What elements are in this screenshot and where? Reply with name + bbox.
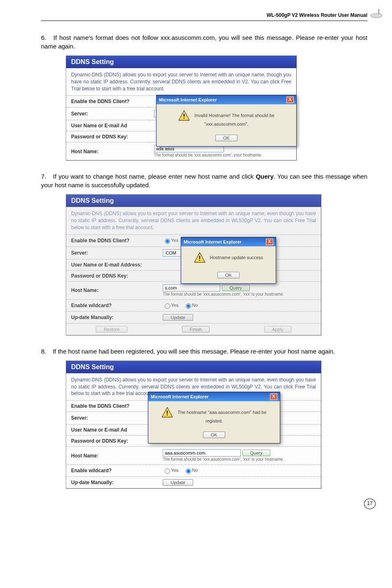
enable-label: Enable the DDNS Client? bbox=[66, 96, 149, 108]
user-label-3: User Name or E-mail Ad bbox=[66, 425, 158, 436]
ie-dialog-3: Microsoft Internet Explorer X ! The host… bbox=[148, 392, 280, 443]
host-label-3: Host Name: bbox=[66, 447, 158, 465]
host-label-2: Host Name: bbox=[66, 281, 158, 299]
finish-button[interactable]: Finish bbox=[182, 326, 210, 333]
pass-label-3: Password or DDNS Key: bbox=[66, 436, 158, 447]
enable-label-3: Enable the DDNS Client? bbox=[66, 401, 158, 412]
update-label-2: Up-date Manually: bbox=[66, 311, 158, 323]
ok-button-3[interactable]: OK bbox=[203, 432, 225, 438]
wildcard-yes-radio[interactable] bbox=[165, 303, 170, 309]
ie-title-1: Microsoft Internet Explorer bbox=[159, 97, 217, 102]
step-6-num: 6. bbox=[41, 33, 51, 42]
step-6-body: If host name's format does not follow xx… bbox=[41, 34, 367, 50]
warning-icon-2: ! bbox=[194, 252, 205, 264]
server-label-3: Server: bbox=[66, 412, 158, 425]
header-title: WL-500gP V2 Wireless Router User Manual bbox=[267, 12, 367, 18]
server-label-2: Server: bbox=[66, 246, 158, 259]
wild-no-label: No bbox=[192, 303, 198, 308]
host-label-1: Host Name: bbox=[66, 142, 149, 161]
wild-yes-label-3: Yes bbox=[171, 468, 178, 473]
query-button[interactable]: Query bbox=[222, 285, 250, 291]
ddns-panel-title-3: DDNS Setting bbox=[66, 361, 321, 373]
ie-dialog-1: Microsoft Internet Explorer X ! Invalid … bbox=[156, 95, 297, 147]
ddns-panel-title-2: DDNS Setting bbox=[66, 195, 321, 207]
ddns-desc-2: Dynamic-DNS (DDNS) allows you to export … bbox=[66, 207, 321, 234]
ie-title-2: Microsoft Internet Explorer bbox=[184, 239, 242, 244]
step-6-text: 6. If host name's format does not follow… bbox=[41, 33, 367, 51]
host-hint-1: The format should be 'xxx.asuscomm.com',… bbox=[154, 152, 291, 158]
restore-button[interactable]: Restore bbox=[96, 326, 127, 333]
close-icon-2[interactable]: X bbox=[266, 239, 273, 245]
ie-titlebar-3: Microsoft Internet Explorer X bbox=[148, 392, 280, 401]
ie-title-3: Microsoft Internet Explorer bbox=[151, 394, 209, 399]
query-button-3[interactable]: Query bbox=[242, 450, 270, 456]
pass-label-2: Password or DDNS Key: bbox=[66, 270, 158, 281]
host-hint-3: The format should be 'xxx.asuscomm.com',… bbox=[163, 457, 316, 462]
step-8-num: 8. bbox=[41, 347, 51, 356]
ddns-desc-1: Dynamic-DNS (DDNS) allows you to export … bbox=[66, 68, 296, 95]
update-label-3: Up-date Manually: bbox=[66, 477, 158, 489]
server-label: Server: bbox=[66, 108, 149, 120]
update-button-2[interactable]: Update bbox=[163, 314, 193, 321]
router-icon bbox=[369, 7, 384, 19]
wildcard-yes-radio-3[interactable] bbox=[165, 469, 170, 474]
wildcard-label-3: Enable wildcard? bbox=[66, 465, 158, 477]
ie-titlebar-1: Microsoft Internet Explorer X bbox=[157, 95, 296, 104]
update-button-3[interactable]: Update bbox=[163, 479, 193, 486]
ie-dialog-2: Microsoft Internet Explorer X ! Hostname… bbox=[181, 237, 276, 284]
ok-button-1[interactable]: OK bbox=[215, 135, 238, 141]
svg-point-0 bbox=[371, 14, 382, 18]
svg-text:!: ! bbox=[183, 113, 185, 120]
enable-label-2: Enable the DDNS Client? bbox=[66, 234, 158, 246]
svg-text:!: ! bbox=[198, 255, 201, 262]
step-7-text: 7. If you want to change host name, plea… bbox=[41, 172, 367, 189]
yes-label-2: Yes bbox=[171, 238, 178, 243]
warning-icon-3: ! bbox=[161, 407, 173, 418]
wild-no-label-3: No bbox=[192, 468, 198, 473]
page-number: 17 bbox=[364, 498, 376, 509]
ie-msg-3: The hostname "aaa.asuscomm.com" had be r… bbox=[178, 410, 266, 423]
user-label-2: User Name or E-mail Address: bbox=[66, 259, 158, 270]
host-input-3[interactable] bbox=[163, 449, 241, 457]
close-icon[interactable]: X bbox=[286, 96, 294, 103]
step-7-a: If you want to change host name, please … bbox=[53, 173, 256, 180]
page-header: WL-500gP V2 Wireless Router User Manual bbox=[41, 12, 367, 21]
step-8-body: If the host name had been registered, yo… bbox=[53, 348, 335, 355]
ie-msg-2: Hostname update success bbox=[210, 255, 263, 260]
wildcard-no-radio-3[interactable] bbox=[186, 469, 191, 474]
close-icon-3[interactable]: X bbox=[270, 393, 277, 400]
host-hint-2: The format should be 'xxx.asuscomm.com',… bbox=[163, 292, 316, 297]
ie-titlebar-2: Microsoft Internet Explorer X bbox=[181, 237, 276, 246]
step-8-text: 8. If the host name had been registered,… bbox=[41, 347, 367, 356]
ok-button-2[interactable]: OK bbox=[217, 272, 240, 278]
ie-msg-1: Invalid Hostname! The format should be "… bbox=[194, 113, 274, 126]
ddns-panel-title: DDNS Setting bbox=[66, 56, 296, 68]
svg-text:!: ! bbox=[166, 410, 168, 417]
pass-label-1: Password or DDNS Key: bbox=[66, 131, 149, 142]
wild-yes-label: Yes bbox=[171, 303, 178, 308]
warning-icon: ! bbox=[178, 110, 190, 122]
wildcard-no-radio[interactable] bbox=[186, 303, 191, 309]
step-7-bold: Query bbox=[256, 173, 273, 180]
apply-button[interactable]: Apply bbox=[264, 326, 291, 333]
user-label-1: User Name or E-mail Ad bbox=[66, 120, 149, 131]
host-input-2[interactable] bbox=[163, 284, 220, 292]
enable-yes-radio-2[interactable] bbox=[165, 239, 170, 244]
step-7-num: 7. bbox=[41, 172, 51, 181]
wildcard-label-2: Enable wildcard? bbox=[66, 299, 158, 311]
